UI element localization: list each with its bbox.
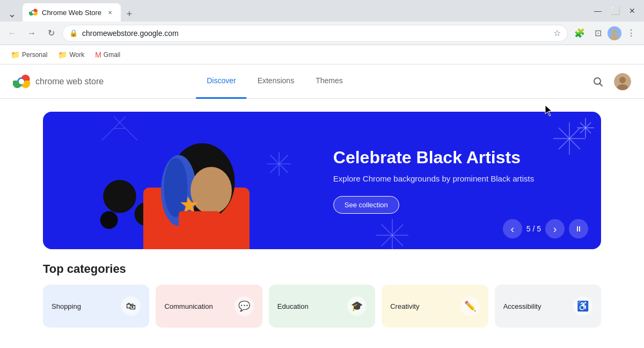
- svg-line-33: [382, 224, 403, 246]
- back-btn[interactable]: ←: [4, 25, 20, 41]
- accessibility-icon: ♿: [573, 296, 592, 316]
- svg-point-16: [100, 211, 118, 229]
- see-collection-btn[interactable]: See collection: [333, 196, 399, 214]
- svg-point-14: [103, 180, 136, 213]
- profile-avatar[interactable]: [608, 26, 621, 40]
- hero-banner: Celebrate Black Artists Explore Chrome b…: [43, 112, 601, 249]
- bookmark-label: Work: [69, 51, 84, 59]
- browser-window: ⌄ Chrome Web Store ✕ + — ⬜ ✕ ← → ↻: [0, 0, 644, 348]
- category-accessibility[interactable]: Accessibility ♿: [495, 285, 601, 328]
- svg-point-9: [619, 77, 626, 83]
- nav-discover[interactable]: Discover: [196, 64, 246, 99]
- window-controls: — ⬜ ✕: [590, 3, 640, 21]
- toolbar: ← → ↻ 🔒 chromewebstore.google.com ☆ 🧩 ⊡ …: [0, 21, 644, 45]
- maximize-btn[interactable]: ⬜: [608, 3, 623, 18]
- nav-themes[interactable]: Themes: [305, 64, 354, 99]
- svg-point-5: [19, 79, 24, 84]
- hero-counter: 5 / 5: [526, 224, 541, 233]
- folder-icon: 📁: [58, 50, 67, 59]
- split-btn[interactable]: ⊡: [589, 25, 606, 42]
- extensions-btn[interactable]: 🧩: [571, 25, 588, 42]
- cws-nav: Discover Extensions Themes: [196, 64, 354, 99]
- bookmark-label: Gmail: [104, 51, 120, 59]
- tab-bar: ⌄ Chrome Web Store ✕ + — ⬜ ✕: [0, 0, 644, 21]
- svg-line-7: [600, 83, 603, 86]
- svg-rect-24: [179, 211, 220, 229]
- svg-point-21: [164, 158, 188, 217]
- close-btn[interactable]: ✕: [625, 3, 640, 18]
- shopping-icon: 🛍: [121, 296, 141, 316]
- education-icon: 🎓: [347, 296, 367, 316]
- category-name: Creativity: [390, 302, 419, 310]
- category-creativity[interactable]: Creativity ✏️: [382, 285, 488, 328]
- tab-dropdown-btn[interactable]: ⌄: [4, 6, 19, 21]
- creativity-icon: ✏️: [460, 296, 480, 316]
- category-name: Education: [277, 302, 309, 310]
- gmail-icon: M: [95, 50, 101, 59]
- address-bar[interactable]: 🔒 chromewebstore.google.com ☆: [62, 25, 568, 42]
- svg-line-38: [580, 122, 591, 133]
- tab-title: Chrome Web Store: [42, 9, 101, 17]
- category-communication[interactable]: Communication 💬: [156, 285, 262, 328]
- communication-icon: 💬: [235, 296, 254, 316]
- new-tab-btn[interactable]: +: [122, 6, 137, 21]
- bookmark-star-icon[interactable]: ☆: [553, 28, 561, 38]
- forward-btn[interactable]: →: [24, 25, 40, 41]
- bookmarks-bar: 📁 Personal 📁 Work M Gmail: [0, 45, 644, 64]
- svg-point-22: [191, 167, 232, 214]
- tab-close-btn[interactable]: ✕: [106, 8, 114, 17]
- svg-line-37: [580, 122, 591, 133]
- cws-header-actions: [588, 72, 631, 91]
- svg-line-34: [382, 224, 403, 246]
- bookmark-label: Personal: [22, 51, 47, 59]
- hero-pause-btn[interactable]: ⏸: [569, 219, 588, 238]
- category-name: Communication: [164, 302, 213, 310]
- cws-logo[interactable]: chrome web store: [13, 73, 104, 90]
- categories-row: Shopping 🛍 Communication 💬 Education 🎓 C…: [43, 285, 601, 328]
- toolbar-actions: 🧩 ⊡ ⋮: [571, 25, 640, 42]
- svg-point-3: [610, 35, 619, 40]
- minimize-btn[interactable]: —: [590, 3, 605, 18]
- hero-next-btn[interactable]: ›: [545, 219, 565, 238]
- cws-search-btn[interactable]: [588, 72, 608, 91]
- hero-title: Celebrate Black Artists: [333, 147, 534, 168]
- nav-extensions[interactable]: Extensions: [247, 64, 305, 99]
- hero-artwork: [43, 112, 350, 249]
- category-education[interactable]: Education 🎓: [269, 285, 375, 328]
- lock-icon: 🔒: [69, 29, 78, 37]
- top-categories-section: Top categories Shopping 🛍 Communication …: [43, 262, 601, 328]
- bookmark-personal[interactable]: 📁 Personal: [6, 48, 52, 61]
- hero-subtitle: Explore Chrome backgrounds by prominent …: [333, 174, 534, 183]
- hero-controls: ‹ 5 / 5 › ⏸: [503, 219, 588, 238]
- category-name: Shopping: [52, 302, 81, 310]
- svg-point-2: [612, 30, 617, 35]
- bookmark-work[interactable]: 📁 Work: [54, 48, 89, 61]
- section-title: Top categories: [43, 262, 601, 276]
- page-content: chrome web store Discover Extensions The…: [0, 64, 644, 348]
- svg-line-30: [559, 128, 580, 149]
- category-name: Accessibility: [503, 302, 541, 310]
- address-text: chromewebstore.google.com: [82, 29, 549, 38]
- refresh-btn[interactable]: ↻: [43, 25, 59, 41]
- cws-logo-text: chrome web store: [35, 77, 104, 86]
- cws-profile-avatar[interactable]: [614, 73, 631, 90]
- cws-main: Celebrate Black Artists Explore Chrome b…: [0, 99, 644, 348]
- more-btn[interactable]: ⋮: [623, 25, 640, 42]
- tab-favicon: [29, 8, 38, 17]
- folder-icon: 📁: [11, 50, 20, 59]
- svg-line-29: [559, 128, 580, 149]
- category-shopping[interactable]: Shopping 🛍: [43, 285, 149, 328]
- active-tab[interactable]: Chrome Web Store ✕: [23, 3, 121, 21]
- hero-prev-btn[interactable]: ‹: [503, 219, 522, 238]
- cws-header: chrome web store Discover Extensions The…: [0, 64, 644, 99]
- svg-point-1: [32, 11, 35, 14]
- hero-content: Celebrate Black Artists Explore Chrome b…: [333, 147, 555, 214]
- bookmark-gmail[interactable]: M Gmail: [91, 48, 125, 61]
